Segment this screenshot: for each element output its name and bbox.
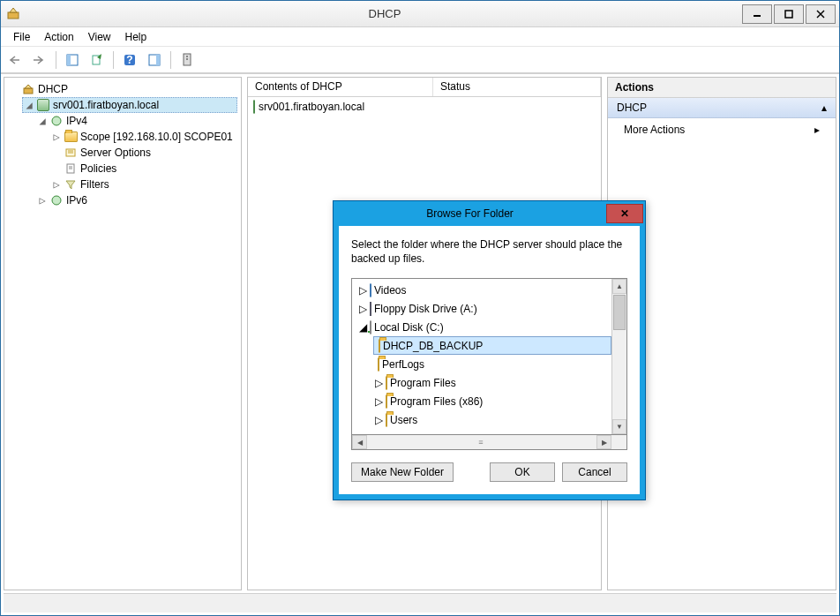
svg-rect-15	[24, 88, 33, 94]
folder-node-perflogs[interactable]: PerfLogs	[373, 355, 611, 373]
policies-icon	[64, 162, 78, 176]
server-button[interactable]	[176, 49, 198, 71]
browse-for-folder-dialog: Browse For Folder ✕ Select the folder wh…	[333, 200, 646, 500]
expand-icon[interactable]: ▷	[359, 303, 367, 315]
actions-more-actions[interactable]: More Actions ▸	[608, 118, 836, 141]
scope-tree[interactable]: DHCP ◢ srv001.firatboyan.local	[8, 81, 237, 208]
scrollbar-corner	[611, 435, 626, 449]
folder-icon	[379, 340, 380, 352]
column-status[interactable]: Status	[433, 78, 601, 96]
maximize-button[interactable]	[774, 4, 804, 24]
floppy-icon	[370, 303, 371, 315]
folder-node-videos[interactable]: ▷ Videos	[357, 281, 611, 299]
toolbar-separator	[113, 51, 114, 69]
tree-node-filters[interactable]: ▷ Filters	[50, 177, 237, 192]
svg-rect-6	[67, 55, 71, 65]
scroll-right-icon[interactable]: ▶	[596, 435, 611, 449]
tree-node-ipv4[interactable]: ◢ IPv4	[36, 113, 237, 129]
minimize-button[interactable]	[742, 4, 772, 24]
dialog-instruction-text: Select the folder where the DHCP server …	[351, 238, 627, 266]
menu-file[interactable]: File	[6, 29, 37, 45]
tree-node-server[interactable]: ◢ srv001.firatboyan.local	[22, 97, 237, 113]
folder-node-localdisk[interactable]: ◢ Local Disk (C:)	[357, 318, 611, 336]
tree-node-server-options[interactable]: Server Options	[50, 145, 237, 161]
menu-help[interactable]: Help	[118, 29, 154, 45]
scroll-left-icon[interactable]: ◀	[352, 435, 367, 449]
cancel-button[interactable]: Cancel	[562, 462, 627, 482]
svg-rect-2	[785, 11, 792, 18]
filters-icon	[64, 177, 78, 192]
expand-icon[interactable]: ▷	[52, 131, 61, 143]
tree-label: IPv4	[66, 115, 87, 127]
ok-button[interactable]: OK	[490, 462, 555, 482]
toolbar: ?	[1, 47, 839, 73]
scrollbar-thumb[interactable]	[613, 295, 626, 330]
tree-label: Policies	[80, 162, 116, 175]
scroll-up-icon[interactable]: ▲	[612, 279, 626, 294]
help-button[interactable]: ?	[119, 49, 140, 71]
dialog-body: Select the folder where the DHCP server …	[334, 226, 645, 500]
server-icon	[253, 101, 255, 113]
nav-back-button[interactable]	[4, 49, 26, 71]
tree-label: Scope [192.168.10.0] SCOPE01	[80, 131, 233, 143]
dhcp-mmc-window: DHCP File Action View Help ?	[0, 0, 840, 616]
expand-icon[interactable]: ▷	[375, 414, 383, 426]
tree-node-ipv6[interactable]: ▷ IPv6	[36, 192, 237, 208]
folder-tree-hscrollbar[interactable]: ◀ ≡ ▶	[351, 435, 627, 450]
folder-label: Local Disk (C:)	[374, 321, 444, 334]
tree-node-policies[interactable]: Policies	[50, 161, 237, 177]
folder-node-program-files-x86[interactable]: ▷ Program Files (x86)	[373, 392, 611, 410]
dialog-close-button[interactable]: ✕	[606, 204, 643, 223]
export-list-button[interactable]	[86, 49, 108, 71]
actions-section-dhcp[interactable]: DHCP ▴	[608, 98, 836, 118]
ipv6-icon	[49, 193, 64, 207]
library-icon	[370, 284, 371, 297]
dialog-title: Browse For Folder	[334, 207, 606, 220]
nav-forward-button[interactable]	[29, 49, 50, 71]
folder-node-floppy[interactable]: ▷ Floppy Disk Drive (A:)	[357, 299, 611, 318]
list-item-label: srv001.firatboyan.local	[259, 101, 364, 113]
folder-label: Videos	[374, 284, 406, 297]
dhcp-icon	[21, 82, 35, 96]
folder-tree-vscrollbar[interactable]: ▲ ▼	[611, 279, 626, 434]
scrollbar-track[interactable]: ≡	[367, 435, 596, 449]
options-icon	[64, 146, 78, 160]
tree-node-dhcp[interactable]: DHCP	[8, 81, 237, 97]
scrollbar-track[interactable]	[612, 331, 626, 419]
expand-icon[interactable]: ▷	[375, 377, 383, 389]
close-button[interactable]	[806, 4, 836, 24]
svg-line-3	[817, 11, 824, 18]
collapse-icon[interactable]: ◢	[25, 99, 34, 111]
column-contents[interactable]: Contents of DHCP	[248, 78, 433, 96]
expand-icon[interactable]: ▷	[375, 395, 383, 408]
expand-icon[interactable]: ▷	[359, 284, 367, 297]
collapse-icon[interactable]: ◢	[38, 115, 47, 127]
folder-node-users[interactable]: ▷ Users	[373, 410, 611, 429]
menu-action[interactable]: Action	[37, 29, 80, 45]
actions-header: Actions	[608, 78, 836, 98]
expand-icon[interactable]: ▷	[38, 194, 47, 207]
folder-node-program-files[interactable]: ▷ Program Files	[373, 373, 611, 392]
folder-label: PerfLogs	[382, 358, 424, 371]
folder-node-dhcp-backup[interactable]: DHCP_DB_BACKUP	[373, 336, 611, 355]
svg-point-13	[186, 56, 188, 57]
svg-point-16	[52, 116, 61, 125]
list-item-server[interactable]: srv001.firatboyan.local	[250, 99, 599, 115]
scroll-down-icon[interactable]: ▼	[612, 419, 626, 434]
menu-view[interactable]: View	[81, 29, 118, 45]
collapse-icon[interactable]: ◢	[359, 321, 367, 334]
show-hide-tree-button[interactable]	[62, 49, 83, 71]
dialog-titlebar[interactable]: Browse For Folder ✕	[334, 201, 645, 226]
toolbar-separator	[56, 51, 56, 69]
show-actions-button[interactable]	[144, 49, 165, 71]
make-new-folder-button[interactable]: Make New Folder	[351, 462, 454, 482]
actions-section-label: DHCP	[617, 101, 647, 114]
svg-point-14	[186, 58, 188, 60]
dhcp-app-icon	[6, 6, 22, 22]
tree-label: IPv6	[66, 194, 87, 207]
expand-icon[interactable]: ▷	[52, 178, 61, 191]
folder-tree[interactable]: ▷ Videos ▷ Floppy Disk Drive (A:) ◢	[351, 278, 627, 435]
folder-label: Program Files (x86)	[390, 395, 483, 408]
window-controls	[742, 4, 839, 24]
tree-node-scope[interactable]: ▷ Scope [192.168.10.0] SCOPE01	[50, 129, 237, 145]
